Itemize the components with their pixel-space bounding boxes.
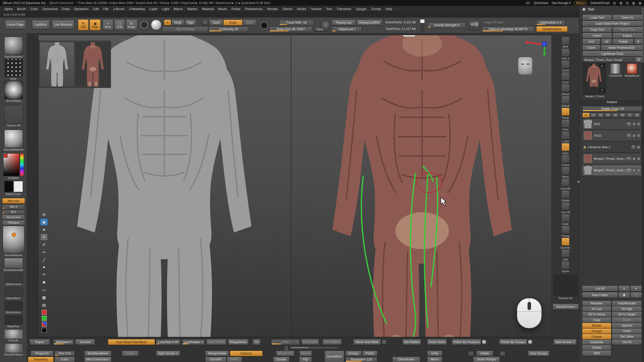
menu-j-brush[interactable]: J-Brush	[111, 6, 127, 12]
uv-button[interactable]: Uv	[253, 339, 261, 345]
color-hue-strip[interactable]	[20, 153, 24, 176]
edit-button[interactable]: ✎ Edit	[78, 19, 89, 30]
axis-gizmo[interactable]	[524, 40, 552, 56]
trash-icon[interactable]: ✖	[41, 279, 48, 286]
eye-icon[interactable]: ◉	[41, 219, 48, 225]
menu-brush[interactable]: Brush	[15, 6, 28, 12]
subtool-tab-v3[interactable]: V3	[597, 113, 604, 118]
chat-icon[interactable]: ▭	[41, 287, 48, 293]
menu-draw[interactable]: Draw	[60, 6, 72, 12]
menu-j-modeling[interactable]: J-Modeling	[127, 6, 147, 12]
shelf-polyf[interactable]: PolyF	[552, 214, 579, 225]
startup-material-thumb[interactable]	[4, 130, 23, 148]
menu-layer[interactable]: Layer	[147, 6, 160, 12]
stroke-icon[interactable]	[259, 20, 269, 31]
sculpt-toggle-icon[interactable]	[637, 157, 640, 160]
mask-pen-thumb[interactable]	[4, 315, 23, 325]
shelf-aahalf[interactable]: AAHalf	[552, 96, 579, 107]
morph-uv-button[interactable]: Morph UV	[276, 351, 295, 356]
insert-button[interactable]: Insert	[612, 328, 642, 334]
lightbox-tools-button[interactable]: Lightbox►Tools	[582, 51, 642, 57]
inflate-button[interactable]: Inflate	[476, 351, 493, 356]
simple-brush-thumbnail[interactable]	[627, 63, 637, 74]
load-tools-from-project-button[interactable]: Load Tools From Project	[582, 21, 642, 26]
blur-slider[interactable]: Blur 0	[2, 204, 25, 209]
del-higher-button[interactable]: Del Higher	[323, 339, 342, 345]
mid-value-slider[interactable]: MidValue 0	[53, 339, 74, 345]
dist-slider[interactable]: Dist 0.02	[55, 351, 75, 356]
goz-visible-button[interactable]: Visible	[613, 39, 634, 44]
quicksave-button[interactable]: QuickSave	[534, 1, 548, 5]
accucurve-button[interactable]: AccuCurve	[2, 215, 25, 220]
merge-down-button[interactable]: MergeDown	[228, 339, 249, 345]
new-folder-button[interactable]: New Folder	[582, 292, 618, 298]
auto-groups-button[interactable]: Auto Groups	[528, 351, 549, 356]
menu-help[interactable]: Help	[383, 6, 394, 12]
lazy-step-slider[interactable]: LazyStep 0.05	[156, 339, 181, 345]
menu-material[interactable]: Material	[200, 6, 216, 12]
all-low-button[interactable]: All Low	[582, 306, 611, 312]
all-high-button[interactable]: All High	[612, 306, 642, 312]
polish-by-features-button[interactable]: Polish By Features	[452, 339, 481, 345]
dynamesh-polish-toggle[interactable]: Polish	[362, 351, 377, 356]
list-all-button[interactable]: List All	[582, 286, 618, 291]
shelf-actual[interactable]: Actual	[552, 84, 579, 96]
shelf-transp[interactable]: Transp	[552, 226, 579, 237]
secondary-color-swatch[interactable]	[14, 181, 23, 192]
a-toggle[interactable]: A	[164, 20, 171, 25]
shelf-scroll[interactable]: Scroll	[552, 60, 579, 72]
eye-icon[interactable]	[627, 157, 631, 160]
smart-resym-button[interactable]: Smart ReSym	[473, 357, 500, 362]
z-intensity-slider[interactable]: Z Intensity 33	[209, 26, 248, 32]
duplicate-button[interactable]: Duplicate	[582, 339, 611, 345]
menu-file[interactable]: File	[101, 6, 111, 12]
draw-button[interactable]: ◉ Draw	[90, 19, 101, 30]
field-of-view-slider[interactable]: Field of view(deg) 39.59775	[482, 26, 534, 32]
color-section-button[interactable]: Color	[55, 357, 75, 362]
dynamesh-button[interactable]: DynaMesh	[325, 351, 344, 362]
visible-count-slider[interactable]: Visible Count 14	[582, 106, 642, 112]
obj-shadow-slider[interactable]: ObjShadow 0.3	[536, 20, 565, 25]
paste-subtool-button[interactable]: Paste	[612, 317, 642, 323]
shelf-frame[interactable]: Frame	[552, 155, 579, 166]
menu-color[interactable]: Color	[28, 6, 40, 12]
menu-alpha[interactable]: Alpha	[2, 6, 15, 12]
shelf-solo[interactable]: Solo	[552, 249, 579, 261]
rgb-intensity-slider[interactable]: Rgb Intensity	[162, 26, 208, 32]
copy-subtool-button[interactable]: Copy	[582, 317, 611, 323]
camera-head-widget[interactable]	[518, 57, 533, 75]
home-page-button[interactable]: Home Page	[5, 20, 26, 29]
timeline-handle[interactable]	[403, 35, 415, 37]
mrgb-toggle[interactable]: Mrgb	[172, 20, 184, 25]
subtool-down-button[interactable]: ▼	[630, 286, 642, 291]
material-sphere-icon[interactable]	[151, 20, 162, 30]
store-mt-button[interactable]: StoreMT	[205, 357, 226, 362]
export-button[interactable]: Export	[613, 33, 642, 38]
cursor-icon[interactable]: ➤	[41, 226, 48, 233]
tray-scrollbar-thumb[interactable]	[642, 8, 643, 63]
view-thumbnail-gray[interactable]	[40, 42, 74, 87]
folder-add-button[interactable]: ▣	[618, 292, 630, 298]
eye-icon[interactable]	[627, 134, 631, 137]
auto-mask-fibermesh-toggle[interactable]: Auto Mask FiberMesh	[108, 339, 155, 345]
select-rect-thumb[interactable]	[4, 287, 23, 297]
rgb-toggle[interactable]: Rgb	[185, 20, 196, 25]
goz-all-button[interactable]: All	[601, 39, 612, 44]
brush-preview-icon[interactable]	[139, 20, 149, 30]
layout-icon-1[interactable]: ▤	[613, 1, 616, 5]
menu-light[interactable]: Light	[160, 6, 171, 12]
zsub-toggle[interactable]: Zsub	[223, 20, 243, 25]
subtool-row-5-selected[interactable]: Merged_TPose1_Ryan_Kingslie:	[582, 165, 641, 176]
crease-toggle[interactable]: Crease	[582, 334, 611, 339]
select-lasso-thumb[interactable]	[4, 273, 23, 283]
alternate-button[interactable]: Alternate	[2, 198, 25, 204]
menu-texture[interactable]: Texture	[308, 6, 324, 12]
resolution-slider[interactable]: Resolution 128	[345, 357, 377, 362]
menu-zplugin[interactable]: Zplugin	[354, 6, 369, 12]
save-as-button[interactable]: Save As	[613, 15, 642, 20]
subtool-tab-v2[interactable]: V2	[590, 113, 597, 118]
replay-last-rel-button[interactable]: ReplayLastRel	[356, 20, 382, 25]
groups-toggle[interactable]: Groups	[582, 328, 611, 334]
green-color-swatch[interactable]	[42, 316, 47, 321]
main-color-swatch[interactable]	[4, 181, 13, 192]
